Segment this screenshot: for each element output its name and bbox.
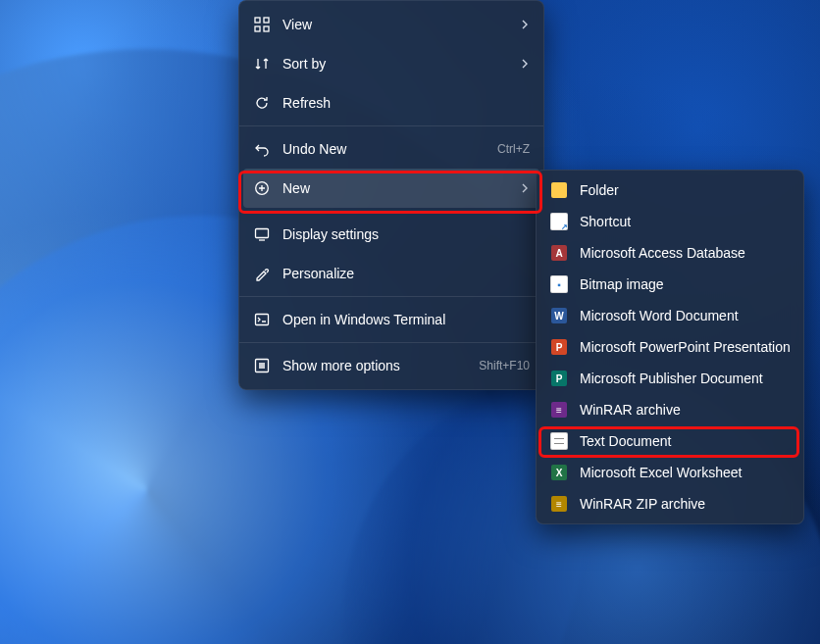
menu-separator	[239, 342, 543, 343]
menu-item-label: Open in Windows Terminal	[282, 312, 530, 327]
menu-item-label: Display settings	[282, 226, 530, 242]
word-icon: W	[550, 307, 568, 324]
terminal-icon	[253, 311, 271, 328]
submenu-item-shortcut[interactable]: Shortcut	[537, 206, 803, 237]
submenu-item-excel-worksheet[interactable]: X Microsoft Excel Worksheet	[537, 457, 803, 488]
show-more-icon	[253, 357, 271, 374]
submenu-item-bitmap-image[interactable]: ▪ Bitmap image	[537, 269, 803, 300]
new-submenu: Folder Shortcut A Microsoft Access Datab…	[536, 170, 804, 524]
submenu-item-text-document[interactable]: Text Document	[537, 425, 803, 457]
submenu-item-winrar-zip[interactable]: ≡ WinRAR ZIP archive	[537, 488, 803, 520]
menu-item-display-settings[interactable]: Display settings	[239, 215, 543, 254]
sort-icon	[253, 55, 271, 73]
submenu-item-powerpoint[interactable]: P Microsoft PowerPoint Presentation	[537, 331, 803, 363]
menu-item-label: Show more options	[282, 358, 467, 373]
menu-item-undo-new[interactable]: Undo New Ctrl+Z	[239, 129, 543, 169]
svg-rect-0	[255, 18, 260, 23]
svg-rect-2	[255, 26, 260, 31]
svg-rect-1	[264, 18, 269, 23]
menu-item-label: Undo New	[282, 141, 486, 157]
menu-item-show-more-options[interactable]: Show more options Shift+F10	[239, 346, 543, 385]
powerpoint-icon: P	[550, 338, 568, 356]
svg-rect-5	[256, 229, 269, 238]
refresh-icon	[253, 94, 271, 112]
menu-item-sort-by[interactable]: Sort by	[239, 44, 543, 83]
menu-item-label: Refresh	[282, 95, 530, 111]
submenu-item-folder[interactable]: Folder	[537, 174, 803, 206]
submenu-item-winrar-archive[interactable]: ≡ WinRAR archive	[537, 394, 803, 425]
personalize-icon	[253, 265, 271, 282]
chevron-right-icon	[508, 59, 530, 69]
menu-item-label: Microsoft PowerPoint Presentation	[580, 339, 790, 355]
view-icon	[253, 16, 271, 33]
access-icon: A	[550, 244, 568, 262]
zip-icon: ≡	[550, 495, 568, 513]
bitmap-icon: ▪	[550, 275, 568, 293]
menu-item-label: WinRAR archive	[580, 402, 790, 418]
chevron-right-icon	[508, 183, 530, 193]
menu-item-shortcut: Ctrl+Z	[486, 142, 530, 156]
menu-item-view[interactable]: View	[239, 5, 543, 44]
new-icon	[253, 179, 271, 197]
menu-item-label: Microsoft Access Database	[580, 245, 790, 261]
menu-item-new[interactable]: New	[243, 169, 539, 208]
menu-item-refresh[interactable]: Refresh	[239, 83, 543, 123]
menu-item-label: New	[282, 180, 508, 196]
menu-item-label: View	[282, 17, 508, 32]
submenu-item-access-database[interactable]: A Microsoft Access Database	[537, 237, 803, 269]
menu-separator	[239, 125, 543, 126]
menu-item-label: Microsoft Excel Worksheet	[580, 465, 790, 480]
menu-item-personalize[interactable]: Personalize	[239, 254, 543, 293]
winrar-icon: ≡	[550, 401, 568, 419]
text-document-icon	[550, 432, 568, 450]
menu-item-label: Microsoft Word Document	[580, 308, 790, 323]
chevron-right-icon	[508, 20, 530, 29]
menu-item-label: Bitmap image	[580, 276, 790, 292]
menu-item-shortcut: Shift+F10	[467, 359, 530, 372]
submenu-item-word-document[interactable]: W Microsoft Word Document	[537, 300, 803, 331]
shortcut-icon	[550, 213, 568, 230]
menu-item-label: Personalize	[282, 266, 530, 281]
menu-item-open-terminal[interactable]: Open in Windows Terminal	[239, 300, 543, 339]
menu-item-label: Text Document	[580, 433, 790, 449]
menu-separator	[239, 296, 543, 297]
desktop-context-menu: View Sort by Refresh Undo New	[238, 0, 544, 390]
excel-icon: X	[550, 464, 568, 481]
undo-icon	[253, 140, 271, 158]
publisher-icon: P	[550, 370, 568, 387]
submenu-item-publisher[interactable]: P Microsoft Publisher Document	[537, 363, 803, 394]
display-settings-icon	[253, 225, 271, 243]
menu-item-label: Shortcut	[580, 214, 790, 229]
menu-separator	[239, 211, 543, 212]
menu-item-label: WinRAR ZIP archive	[580, 496, 790, 512]
svg-rect-6	[256, 315, 269, 325]
menu-item-label: Folder	[580, 182, 790, 198]
svg-rect-3	[264, 26, 269, 31]
menu-item-label: Microsoft Publisher Document	[580, 371, 790, 386]
folder-icon	[550, 181, 568, 199]
menu-item-label: Sort by	[282, 56, 508, 72]
